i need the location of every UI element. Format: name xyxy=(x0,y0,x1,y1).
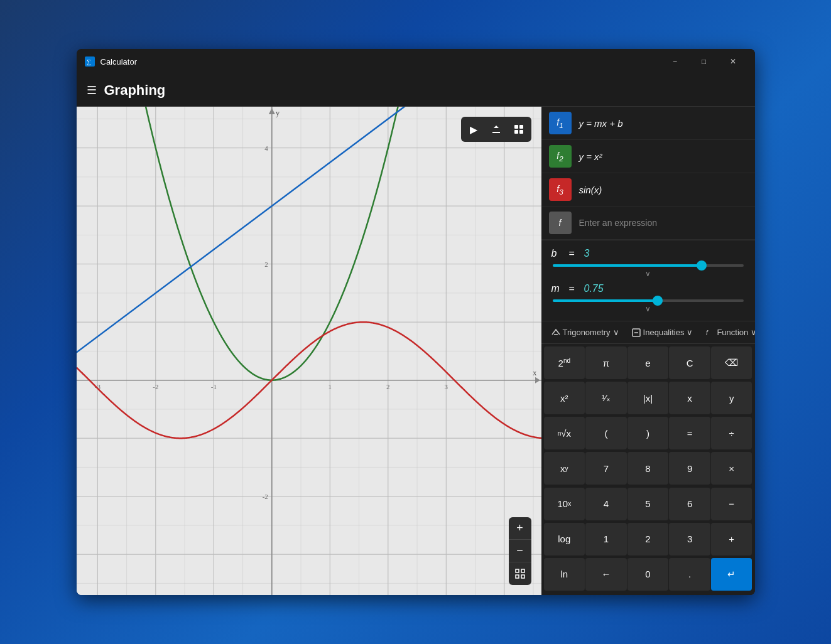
main-content: ▶ + − xyxy=(77,107,755,595)
slider-m-container[interactable] xyxy=(551,299,745,302)
var-b-value: 3 xyxy=(584,248,609,259)
tab-inequalities-label: Inequalities xyxy=(643,328,685,337)
keypad-grid: 2nd π e C ⌫ x² ¹⁄ₓ |x| x y n√x ( ) = ÷ x… xyxy=(541,344,755,595)
slider-b-container[interactable] xyxy=(551,264,745,267)
graph-canvas[interactable] xyxy=(77,107,541,595)
tab-function-label: Function xyxy=(717,328,748,337)
key-8[interactable]: 8 xyxy=(627,452,669,485)
settings-tool-button[interactable] xyxy=(509,119,529,139)
key-divide[interactable]: ÷ xyxy=(711,417,752,449)
key-y[interactable]: y xyxy=(711,382,752,414)
key-3[interactable]: 3 xyxy=(669,523,710,555)
function-item-3[interactable]: f3 sin(x) xyxy=(541,173,755,207)
tab-trigonometry-label: Trigonometry xyxy=(563,328,611,337)
var-m-label: m xyxy=(551,283,564,294)
variable-b-row: b = 3 xyxy=(551,248,745,259)
minimize-button[interactable]: − xyxy=(661,51,690,72)
key-log[interactable]: log xyxy=(544,523,585,555)
key-pi[interactable]: π xyxy=(585,346,627,379)
key-rparen[interactable]: ) xyxy=(627,417,669,449)
key-enter[interactable]: ↵ xyxy=(711,558,752,591)
graph-toolbar: ▶ xyxy=(461,117,531,142)
slider-b-track xyxy=(553,264,744,267)
app-icon: ∑ xyxy=(84,56,95,67)
key-2nd[interactable]: 2nd xyxy=(544,346,585,379)
key-10x[interactable]: 10x xyxy=(544,488,585,520)
tab-function[interactable]: f Function ∨ xyxy=(700,325,754,340)
maximize-button[interactable]: □ xyxy=(690,51,719,72)
page-title: Graphing xyxy=(104,82,166,99)
key-ln[interactable]: ln xyxy=(544,558,585,591)
svg-rect-4 xyxy=(514,130,518,134)
slider-m-chevron[interactable]: ∨ xyxy=(551,304,745,313)
key-0[interactable]: 0 xyxy=(627,558,669,591)
key-6[interactable]: 6 xyxy=(669,488,710,520)
function-item-1[interactable]: f1 y = mx + b xyxy=(541,107,755,140)
var-m-equals: = xyxy=(569,283,579,294)
key-abs[interactable]: |x| xyxy=(627,382,669,414)
function-expr-2: y = x² xyxy=(579,151,602,162)
key-1[interactable]: 1 xyxy=(585,523,627,555)
key-nthroot[interactable]: n√x xyxy=(544,417,585,449)
share-tool-button[interactable] xyxy=(486,119,506,139)
variable-m-row: m = 0.75 xyxy=(551,283,745,294)
slider-b-thumb[interactable] xyxy=(697,260,707,271)
function-enter-placeholder: Enter an expression xyxy=(579,218,658,228)
main-window: ∑ Calculator − □ ✕ ☰ Graphing ▶ xyxy=(77,49,755,595)
svg-text:∑: ∑ xyxy=(87,58,91,65)
key-clear[interactable]: C xyxy=(669,346,710,379)
key-reciprocal[interactable]: ¹⁄ₓ xyxy=(585,382,627,414)
tab-function-chevron: ∨ xyxy=(751,328,754,337)
titlebar: ∑ Calculator − □ ✕ xyxy=(77,49,755,74)
tab-inequalities[interactable]: Inequalities ∨ xyxy=(627,325,698,340)
key-9[interactable]: 9 xyxy=(669,452,710,485)
key-backspace[interactable]: ⌫ xyxy=(711,346,752,379)
cursor-tool-button[interactable]: ▶ xyxy=(464,119,484,139)
window-title: Calculator xyxy=(100,57,661,67)
key-multiply[interactable]: × xyxy=(711,452,752,485)
tab-trigonometry-chevron: ∨ xyxy=(613,328,619,337)
svg-rect-6 xyxy=(516,569,519,572)
key-xsquared[interactable]: x² xyxy=(544,382,585,414)
key-subtract[interactable]: − xyxy=(711,488,752,520)
slider-m-fill xyxy=(553,299,658,302)
keypad-toolbar: Trigonometry ∨ Inequalities ∨ f xyxy=(541,321,755,344)
variables-section: b = 3 ∨ m = 0.75 xyxy=(541,240,755,321)
window-controls: − □ ✕ xyxy=(661,51,747,72)
key-left[interactable]: ← xyxy=(585,558,627,591)
key-4[interactable]: 4 xyxy=(585,488,627,520)
key-7[interactable]: 7 xyxy=(585,452,627,485)
function-badge-enter: f xyxy=(549,212,572,234)
fit-button[interactable] xyxy=(509,562,531,585)
key-equals[interactable]: = xyxy=(669,417,710,449)
slider-b-fill xyxy=(553,264,702,267)
key-add[interactable]: + xyxy=(711,523,752,555)
right-panel: f1 y = mx + b f2 y = x² f3 sin(x) xyxy=(541,107,755,595)
var-b-label: b xyxy=(551,248,564,259)
key-2[interactable]: 2 xyxy=(627,523,669,555)
svg-rect-5 xyxy=(519,130,523,134)
zoom-controls: + − xyxy=(509,517,531,585)
zoom-out-button[interactable]: − xyxy=(509,540,531,562)
slider-b-chevron[interactable]: ∨ xyxy=(551,269,745,278)
key-x[interactable]: x xyxy=(669,382,710,414)
functions-list: f1 y = mx + b f2 y = x² f3 sin(x) xyxy=(541,107,755,240)
function-item-2[interactable]: f2 y = x² xyxy=(541,140,755,173)
hamburger-icon[interactable]: ☰ xyxy=(87,83,97,97)
function-badge-2: f2 xyxy=(549,145,572,168)
key-lparen[interactable]: ( xyxy=(585,417,627,449)
key-xpowy[interactable]: xy xyxy=(544,452,585,485)
key-e[interactable]: e xyxy=(627,346,669,379)
app-header: ☰ Graphing xyxy=(77,74,755,107)
close-button[interactable]: ✕ xyxy=(719,51,747,72)
var-b-equals: = xyxy=(569,248,579,259)
zoom-in-button[interactable]: + xyxy=(509,517,531,540)
graph-area: ▶ + − xyxy=(77,107,541,595)
function-item-enter[interactable]: f Enter an expression xyxy=(541,207,755,240)
function-badge-3: f3 xyxy=(549,178,572,201)
key-5[interactable]: 5 xyxy=(627,488,669,520)
slider-m-thumb[interactable] xyxy=(653,296,663,306)
function-expr-3: sin(x) xyxy=(579,185,602,195)
key-decimal[interactable]: . xyxy=(669,558,710,591)
tab-trigonometry[interactable]: Trigonometry ∨ xyxy=(546,325,624,340)
